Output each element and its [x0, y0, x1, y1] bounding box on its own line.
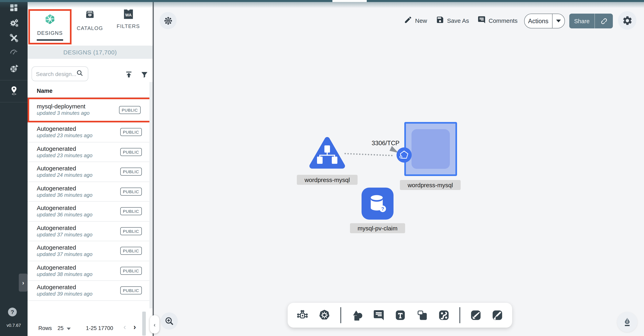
- link-icon: [598, 16, 610, 27]
- extensions-mesh-icon[interactable]: [0, 63, 28, 74]
- kanvas-pin-icon[interactable]: [0, 85, 28, 96]
- node-label[interactable]: wordpress-mysql: [297, 175, 358, 185]
- new-label: New: [415, 17, 427, 24]
- new-button[interactable]: New: [404, 15, 427, 26]
- visibility-badge[interactable]: PUBLIC: [120, 267, 142, 275]
- save-as-button[interactable]: Save As: [436, 15, 469, 26]
- help-button[interactable]: ?: [8, 308, 17, 316]
- share-label: Share: [569, 18, 594, 24]
- list-item-design[interactable]: Autogenerated updated 23 minutes ago PUB…: [28, 122, 152, 142]
- search-icon: [76, 69, 84, 78]
- tab-catalog-label: CATALOG: [77, 25, 103, 31]
- doodle-tool-icon[interactable]: [492, 309, 503, 321]
- column-header-name[interactable]: Name: [37, 88, 52, 94]
- node-pvc-database[interactable]: ?: [362, 188, 394, 220]
- list-item-design[interactable]: mysql-deployment updated 3 minutes ago P…: [28, 98, 153, 122]
- publish-icon[interactable]: [124, 70, 133, 79]
- visibility-badge[interactable]: PUBLIC: [120, 287, 142, 295]
- comments-label: Comments: [488, 17, 518, 24]
- component-chip-icon[interactable]: [296, 309, 308, 321]
- list-item-design[interactable]: Autogenerated updated 36 minutes ago PUB…: [28, 202, 152, 221]
- visibility-badge[interactable]: PUBLIC: [120, 128, 142, 136]
- comment-tool-icon[interactable]: [373, 309, 385, 321]
- design-list: mysql-deployment updated 3 minutes ago P…: [28, 97, 152, 301]
- catalog-drawer-icon: [84, 9, 96, 22]
- lifecycle-gears-icon[interactable]: [0, 17, 28, 28]
- visibility-badge[interactable]: PUBLIC: [120, 227, 142, 235]
- prev-page-button[interactable]: ‹: [124, 323, 126, 331]
- header-expand-notch[interactable]: [332, 0, 367, 2]
- wasm-badge-icon: WA: [122, 9, 134, 20]
- design-canvas[interactable]: New Save As Comments Actions Share: [154, 2, 644, 336]
- version-label: v0.7.67: [0, 323, 28, 327]
- save-floppy-icon: [436, 16, 444, 25]
- visibility-badge[interactable]: PUBLIC: [120, 168, 142, 176]
- tab-catalog[interactable]: CATALOG: [70, 9, 110, 45]
- rows-per-page-caret-icon[interactable]: [67, 327, 71, 330]
- design-search-box: [32, 66, 88, 81]
- toolbar-divider: [340, 307, 341, 323]
- toolbox-wrench-icon[interactable]: [0, 33, 28, 43]
- list-item-design[interactable]: Autogenerated updated 37 minutes ago PUB…: [28, 221, 152, 241]
- filter-icon[interactable]: [140, 70, 148, 79]
- performance-speedometer-icon[interactable]: [0, 47, 28, 57]
- visibility-badge[interactable]: PUBLIC: [120, 148, 142, 156]
- visibility-badge[interactable]: PUBLIC: [120, 207, 142, 215]
- edge-curve-icon[interactable]: [438, 309, 450, 321]
- active-tab-indicator: [37, 39, 63, 41]
- gear-icon: [622, 15, 632, 26]
- node-service-inner: [412, 129, 450, 169]
- node-label[interactable]: mysql-pv-claim: [350, 223, 405, 233]
- zoom-in-button[interactable]: [160, 312, 178, 329]
- panel-collapse-button[interactable]: ‹: [150, 315, 160, 333]
- node-service-square[interactable]: [404, 122, 457, 176]
- list-item-design[interactable]: Autogenerated updated 37 minutes ago PUB…: [28, 241, 152, 261]
- design-search-input[interactable]: [36, 71, 76, 77]
- kubernetes-icon[interactable]: [318, 309, 331, 321]
- list-item-design[interactable]: Autogenerated updated 39 minutes ago PUB…: [28, 281, 152, 301]
- rows-label: Rows: [38, 325, 52, 331]
- tab-filters-label: FILTERS: [117, 23, 140, 29]
- line-tool-icon[interactable]: [470, 309, 482, 321]
- tab-designs[interactable]: DESIGNS: [28, 9, 72, 44]
- canvas-settings-button[interactable]: [618, 11, 636, 30]
- dashboard-icon[interactable]: [0, 3, 28, 13]
- actions-split-button[interactable]: Actions: [524, 14, 565, 28]
- save-as-label: Save As: [447, 17, 469, 24]
- list-item-design[interactable]: Autogenerated updated 36 minutes ago PUB…: [28, 182, 152, 202]
- actions-dropdown-button[interactable]: [552, 20, 564, 22]
- tab-filters[interactable]: WA FILTERS: [108, 9, 148, 45]
- pen-nib-button[interactable]: [617, 312, 637, 332]
- next-page-button[interactable]: ›: [134, 323, 136, 331]
- panel-header: DESIGNS (17,700): [28, 46, 152, 59]
- sidebar-expand-button[interactable]: ›: [19, 274, 28, 292]
- text-tool-icon[interactable]: [394, 309, 406, 321]
- mesh-flower-button[interactable]: [160, 12, 176, 29]
- list-item-design[interactable]: Autogenerated updated 23 minutes ago PUB…: [28, 142, 152, 162]
- list-scroll-track[interactable]: [150, 82, 152, 308]
- nav-sidebar: › ? v0.7.67: [0, 0, 28, 336]
- shapes-icon[interactable]: [351, 309, 363, 321]
- pagination-range: 1-25 17700: [86, 325, 113, 331]
- meshery-logo: [44, 14, 56, 26]
- comment-icon: [478, 16, 486, 25]
- comments-button[interactable]: Comments: [478, 15, 518, 26]
- copy-link-button[interactable]: [595, 17, 613, 25]
- node-label[interactable]: wordpress-mysql: [400, 180, 461, 190]
- rectangle-tool-icon[interactable]: [416, 309, 428, 321]
- edge-dotted-line[interactable]: [345, 153, 394, 155]
- actions-label: Actions: [524, 17, 552, 25]
- share-split-button[interactable]: Share: [569, 14, 613, 28]
- designs-panel: DESIGNS CATALOG WA: [28, 2, 152, 336]
- rows-per-page-select[interactable]: 25: [58, 325, 64, 331]
- visibility-badge[interactable]: PUBLIC: [120, 188, 142, 196]
- visibility-badge[interactable]: PUBLIC: [119, 106, 141, 114]
- edge-port-label[interactable]: 3306/TCP: [362, 140, 400, 147]
- node-deployment-triangle[interactable]: [309, 136, 345, 170]
- visibility-badge[interactable]: PUBLIC: [120, 247, 142, 255]
- service-port-badge[interactable]: [396, 147, 412, 163]
- toolbar-divider: [460, 307, 460, 323]
- panel-resize-divider[interactable]: [152, 2, 154, 336]
- list-item-design[interactable]: Autogenerated updated 24 minutes ago PUB…: [28, 162, 152, 182]
- list-item-design[interactable]: Autogenerated updated 38 minutes ago PUB…: [28, 261, 152, 281]
